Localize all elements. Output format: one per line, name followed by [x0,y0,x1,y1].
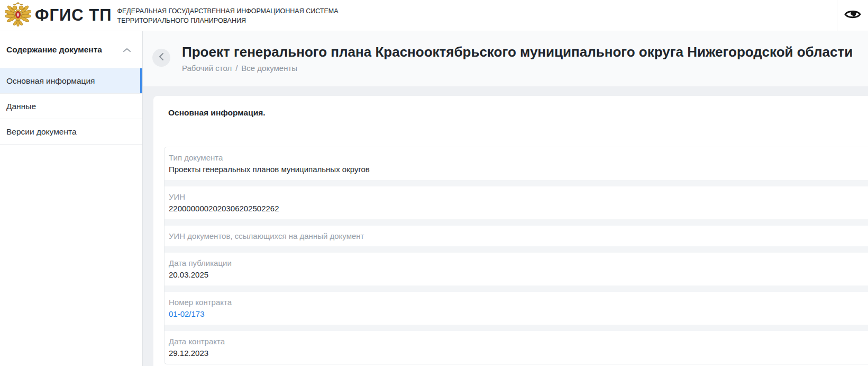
back-button[interactable] [152,49,170,67]
content-panel: Основная информация. Тип документа Проек… [153,96,868,366]
sidebar-item-basic-info[interactable]: Основная информация [0,68,142,94]
field-row-publication-date: Дата публикации 20.03.2025 [165,253,868,285]
field-label: Дата публикации [169,257,864,269]
sidebar: Содержание документа Основная информация… [0,31,143,366]
field-row-contract-date: Дата контракта 29.12.2023 [165,331,868,364]
field-row-uin: УИН 2200000002020306202502262 [165,186,868,219]
app-subtitle: ФЕДЕРАЛЬНАЯ ГОСУДАРСТВЕННАЯ ИНФОРМАЦИОНН… [117,5,339,25]
sidebar-item-label: Данные [6,102,36,111]
contract-number-link[interactable]: 01-02/173 [169,308,864,320]
accessibility-view-button[interactable] [837,0,868,31]
sidebar-item-document-versions[interactable]: Версии документа [0,119,142,145]
sidebar-item-label: Основная информация [6,76,95,86]
field-label: УИН документов, ссылающихся на данный до… [169,230,864,242]
sidebar-section-toggle[interactable]: Содержание документа [0,31,142,68]
eye-icon [844,7,861,23]
field-row-contract-number: Номер контракта 01-02/173 [165,292,868,325]
breadcrumb-desktop[interactable]: Рабочий стол [182,64,232,73]
field-value: 2200000002020306202502262 [169,202,864,215]
title-block: Проект генерального плана Краснооктябрьс… [182,43,853,86]
coat-of-arms-icon [5,2,31,29]
document-fields-card: Тип документа Проекты генеральных планов… [164,147,868,364]
app-logo[interactable]: ФГИС ТП ФЕДЕРАЛЬНАЯ ГОСУДАРСТВЕННАЯ ИНФО… [0,2,339,29]
chevron-left-icon [159,53,164,63]
page-header: Проект генерального плана Краснооктябрьс… [143,31,868,86]
page-title: Проект генерального плана Краснооктябрьс… [182,43,853,60]
field-row-referencing-uin: УИН документов, ссылающихся на данный до… [165,226,868,246]
section-heading: Основная информация. [168,108,868,118]
field-value: 20.03.2025 [169,269,864,281]
field-value: 29.12.2023 [169,347,864,359]
field-label: Дата контракта [169,336,864,347]
app-subtitle-line1: ФЕДЕРАЛЬНАЯ ГОСУДАРСТВЕННАЯ ИНФОРМАЦИОНН… [117,6,339,16]
breadcrumb: Рабочий стол / Все документы [182,64,853,73]
app-header: ФГИС ТП ФЕДЕРАЛЬНАЯ ГОСУДАРСТВЕННАЯ ИНФО… [0,0,868,31]
field-label: УИН [169,191,864,202]
breadcrumb-separator: / [235,64,237,73]
field-label: Номер контракта [169,297,864,308]
sidebar-item-label: Версии документа [6,127,77,137]
app-subtitle-line2: ТЕРРИТОРИАЛЬНОГО ПЛАНИРОВАНИЯ [117,16,339,25]
sidebar-section-title: Содержание документа [6,45,102,55]
chevron-up-icon [123,45,131,55]
field-row-document-type: Тип документа Проекты генеральных планов… [165,147,868,180]
field-value: Проекты генеральных планов муниципальных… [169,163,864,175]
field-label: Тип документа [169,152,864,163]
breadcrumb-all-documents[interactable]: Все документы [241,64,297,73]
app-title: ФГИС ТП [35,6,112,25]
sidebar-item-data[interactable]: Данные [0,94,142,119]
main-area: Проект генерального плана Краснооктябрьс… [143,31,868,366]
